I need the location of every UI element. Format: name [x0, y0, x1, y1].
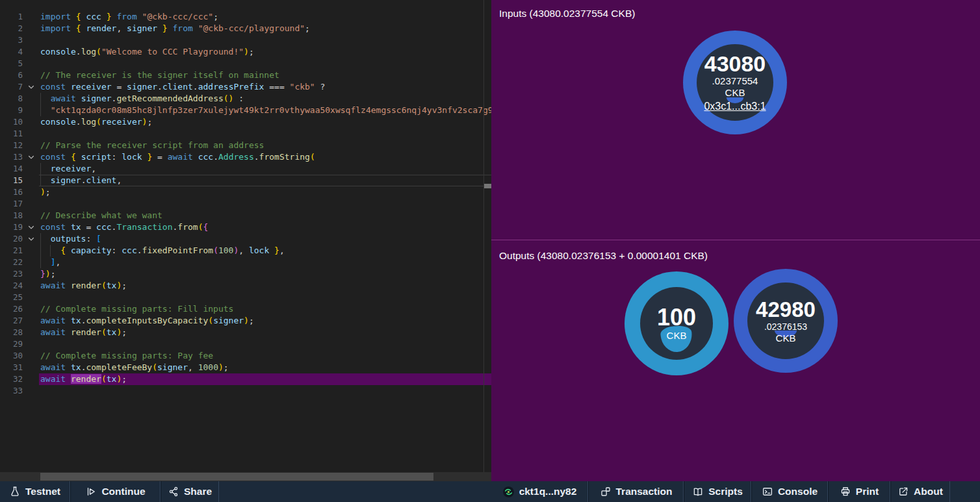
fold-gutter: [23, 268, 39, 280]
code-line[interactable]: 3: [0, 34, 491, 46]
fold-gutter: [23, 58, 39, 69]
code-line[interactable]: 2import { render, signer } from "@ckb-cc…: [0, 23, 491, 34]
code-line[interactable]: 5: [0, 58, 491, 69]
code-line[interactable]: 4console.log("Welcome to CCC Playground!…: [0, 46, 491, 58]
toolbar-button-print[interactable]: Print: [828, 481, 890, 502]
change-cell[interactable]: 42980 .02376153 CKB: [734, 269, 838, 373]
scripts-icon: [692, 486, 704, 497]
toolbar-button-console[interactable]: Console: [751, 481, 828, 502]
fold-gutter: [23, 163, 39, 175]
fold-gutter: [23, 186, 39, 198]
horizontal-scrollbar-thumb[interactable]: [40, 473, 433, 481]
fold-chevron-down-icon[interactable]: [23, 221, 39, 233]
code-line[interactable]: 28await render(tx);: [0, 327, 491, 338]
line-number: 24: [0, 280, 23, 292]
fold-gutter: [23, 315, 39, 327]
line-number: 13: [0, 151, 23, 163]
fold-gutter: [23, 198, 39, 210]
code-line[interactable]: 16);: [0, 186, 491, 198]
line-number: 32: [0, 373, 23, 385]
line-number: 27: [0, 315, 23, 327]
toolbar-button-label: ckt1q...ny82: [519, 486, 577, 497]
code-line[interactable]: 30// Complete missing parts: Pay fee: [0, 350, 491, 362]
code-line[interactable]: 23});: [0, 268, 491, 280]
toolbar-button-share[interactable]: Share: [161, 481, 219, 502]
code-text: signer.client,: [39, 175, 122, 186]
code-line[interactable]: 11: [0, 128, 491, 140]
code-text: await tx.completeFeeBy(signer, 1000);: [39, 362, 229, 373]
code-line[interactable]: 25: [0, 292, 491, 303]
line-number: 12: [0, 140, 23, 151]
line-number: 1: [0, 11, 23, 23]
outpoint-link[interactable]: 0x3c1...cb3:1: [704, 99, 766, 113]
external-link-icon: [897, 486, 909, 497]
line-number: 28: [0, 327, 23, 338]
toolbar-button-transaction[interactable]: Transaction: [588, 481, 684, 502]
code-line[interactable]: 31await tx.completeFeeBy(signer, 1000);: [0, 362, 491, 373]
code-line[interactable]: 18// Describe what we want: [0, 210, 491, 221]
code-line[interactable]: 19const tx = ccc.Transaction.from({: [0, 221, 491, 233]
fold-gutter: [23, 105, 39, 116]
code-text: await render(tx);: [39, 280, 127, 292]
toolbar-button-label: Continue: [101, 486, 145, 497]
code-line[interactable]: 26// Complete missing parts: Fill inputs: [0, 303, 491, 315]
toolbar-button-scripts[interactable]: Scripts: [684, 481, 751, 502]
code-text: const receiver = signer.client.addressPr…: [39, 81, 325, 93]
code-line[interactable]: 17: [0, 198, 491, 210]
line-number: 19: [0, 221, 23, 233]
horizontal-scrollbar-track[interactable]: [0, 472, 491, 481]
code-line[interactable]: 32await render(tx);: [0, 373, 491, 385]
code-line[interactable]: 10console.log(receiver);: [0, 116, 491, 128]
toolbar-button-testnet[interactable]: Testnet: [0, 481, 70, 502]
fold-gutter: [23, 350, 39, 362]
code-line[interactable]: 8 await signer.getRecommendedAddress() :: [0, 93, 491, 105]
fold-gutter: [23, 93, 39, 105]
code-line[interactable]: 29: [0, 338, 491, 350]
fold-chevron-down-icon[interactable]: [23, 233, 39, 245]
toolbar-button-label: About: [914, 486, 943, 497]
code-line[interactable]: 12// Parse the receiver script from an a…: [0, 140, 491, 151]
inputs-section-title: Inputs (43080.02377554 CKB): [499, 8, 635, 19]
fold-gutter: [23, 245, 39, 257]
code-line[interactable]: 9 "ckt1qzda0cr08m85hc8jlnfp3zer7xulejywt…: [0, 105, 491, 116]
output-cell[interactable]: 100 CKB: [625, 271, 729, 375]
code-text: // Complete missing parts: Pay fee: [39, 350, 213, 362]
code-line[interactable]: 7const receiver = signer.client.addressP…: [0, 81, 491, 93]
line-number: 2: [0, 23, 23, 34]
fold-chevron-down-icon[interactable]: [23, 151, 39, 163]
code-line[interactable]: 20 outputs: [: [0, 233, 491, 245]
line-number: 31: [0, 362, 23, 373]
line-number: 18: [0, 210, 23, 221]
code-text: receiver,: [39, 163, 96, 175]
line-number: 7: [0, 81, 23, 93]
fold-gutter: [23, 140, 39, 151]
code-line[interactable]: 21 { capacity: ccc.fixedPointFrom(100), …: [0, 245, 491, 257]
fold-gutter: [23, 373, 39, 385]
code-line[interactable]: 33: [0, 385, 491, 397]
output-cell-disc: 100 CKB: [640, 287, 713, 360]
line-number: 23: [0, 268, 23, 280]
code-text: "ckt1qzda0cr08m85hc8jlnfp3zer7xulejywt49…: [39, 105, 491, 116]
code-line[interactable]: 13const { script: lock } = await ccc.Add…: [0, 151, 491, 163]
code-line[interactable]: 27await tx.completeInputsByCapacity(sign…: [0, 315, 491, 327]
change-cell-disc: 42980 .02376153 CKB: [747, 282, 824, 359]
line-number: 10: [0, 116, 23, 128]
toolbar-button-continue[interactable]: Continue: [70, 481, 161, 502]
code-line[interactable]: 1import { ccc } from "@ckb-ccc/ccc";: [0, 11, 491, 23]
code-line[interactable]: 22 ],: [0, 257, 491, 268]
input-cell[interactable]: 43080 .02377554 CKB 0x3c1...cb3:1: [683, 31, 787, 134]
line-number: 3: [0, 34, 23, 46]
line-number: 29: [0, 338, 23, 350]
line-number: 25: [0, 292, 23, 303]
line-number: 8: [0, 93, 23, 105]
toolbar-button-about[interactable]: About: [890, 481, 950, 502]
code-line[interactable]: 6// The receiver is the signer itself on…: [0, 69, 491, 81]
code-editor[interactable]: 1import { ccc } from "@ckb-ccc/ccc";2imp…: [0, 0, 491, 481]
code-line[interactable]: 24await render(tx);: [0, 280, 491, 292]
code-text: console.log(receiver);: [39, 116, 152, 128]
toolbar-button-account[interactable]: ckt1q...ny82: [491, 481, 588, 502]
fold-chevron-down-icon[interactable]: [23, 81, 39, 93]
code-line[interactable]: 14 receiver,: [0, 163, 491, 175]
toolbar-button-label: Print: [856, 486, 879, 497]
code-line[interactable]: 15 signer.client,: [0, 175, 491, 186]
